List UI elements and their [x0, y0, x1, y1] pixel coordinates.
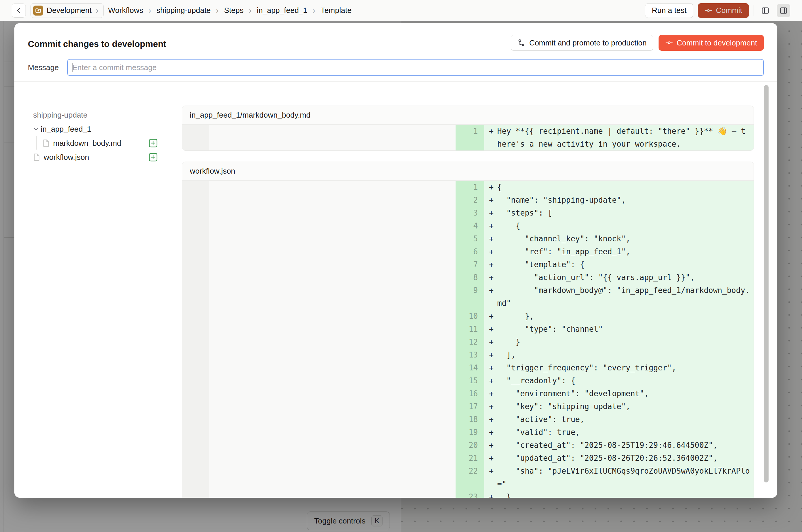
diff-panel-workflow-json: workflow.json 1 + { 2 + "name": "shippin… [182, 162, 754, 498]
chevron-right-icon: › [95, 6, 99, 15]
added-sign: + [484, 323, 494, 336]
diff-line: 21 + "updated_at": "2025-08-26T20:26:52.… [182, 452, 753, 464]
added-sign: + [484, 426, 494, 439]
old-side-gutter [182, 323, 209, 336]
chevron-down-icon [33, 126, 41, 132]
environment-selector[interactable]: Development › [31, 3, 104, 18]
old-side-content [209, 348, 455, 361]
git-commit-icon [705, 7, 712, 14]
new-side-content: + "action_url": "{{ vars.app_url }}", [484, 271, 753, 284]
old-side-gutter [182, 258, 209, 271]
environment-folder-icon [33, 5, 43, 16]
new-line-number: 16 [455, 387, 484, 400]
new-line-number: 21 [455, 452, 484, 464]
code-text: "valid": true, [497, 426, 750, 439]
new-line-number: 15 [455, 374, 484, 387]
commit-button[interactable]: Commit [698, 3, 749, 18]
new-side-content: + "channel_key": "knock", [484, 232, 753, 245]
toolbar-divider [753, 5, 754, 16]
file-icon [33, 153, 40, 161]
top-bar: Development › Workflows › shipping-updat… [0, 0, 802, 21]
code-text: "markdown_body@": "in_app_feed_1/markdow… [497, 284, 750, 310]
diff-filename: in_app_feed_1/markdown_body.md [190, 111, 310, 120]
diff-line: 7 + "template": { [182, 258, 753, 271]
added-sign: + [484, 232, 494, 245]
old-side-gutter [182, 439, 209, 452]
run-a-test-button[interactable]: Run a test [645, 3, 693, 18]
modal-scrollbar-thumb[interactable] [764, 85, 768, 482]
diff-line: 11 + "type": "channel" [182, 323, 753, 336]
new-line-number: 13 [455, 348, 484, 361]
back-button[interactable] [12, 3, 26, 18]
old-side-content [209, 452, 455, 464]
code-text: "created_at": "2025-08-25T19:29:46.64450… [497, 439, 750, 452]
added-sign: + [484, 387, 494, 400]
message-label: Message [28, 63, 59, 72]
modal-title: Commit changes to development [28, 39, 166, 49]
old-side-gutter [182, 310, 209, 323]
new-side-content: + } [484, 490, 753, 498]
new-side-content: + "type": "channel" [484, 323, 753, 336]
old-side-gutter [182, 400, 209, 413]
code-text: "environment": "development", [497, 387, 750, 400]
code-text: "name": "shipping-update", [497, 193, 750, 207]
old-side-gutter [182, 426, 209, 439]
code-text: ], [497, 348, 750, 361]
new-side-content: + Hey **{{ recipient.name | default: "th… [484, 125, 753, 150]
new-side-content: + "markdown_body@": "in_app_feed_1/markd… [484, 284, 753, 310]
toggle-left-panel-button[interactable] [759, 4, 772, 17]
tree-item-workflow-root: shipping-update [33, 108, 157, 122]
diff-line: 2 + "name": "shipping-update", [182, 193, 753, 207]
diff-line: 3 + "steps": [ [182, 207, 753, 220]
tree-item-markdown-body[interactable]: markdown_body.md [33, 136, 157, 150]
breadcrumb-workflows[interactable]: Workflows [108, 6, 143, 15]
new-line-number: 23 [455, 490, 484, 498]
old-side-content [209, 361, 455, 374]
changed-files-tree: shipping-update in_app_feed_1 markdown_b… [14, 81, 170, 498]
breadcrumb-template[interactable]: Template [321, 6, 352, 15]
code-text: "template": { [497, 258, 750, 271]
code-text: Hey **{{ recipient.name | default: "ther… [497, 125, 750, 150]
breadcrumb-separator: › [312, 6, 316, 15]
new-side-content: + } [484, 336, 753, 348]
tree-item-step-group[interactable]: in_app_feed_1 [33, 122, 157, 136]
new-line-number: 18 [455, 413, 484, 426]
old-side-gutter [182, 387, 209, 400]
tree-item-workflow-json[interactable]: workflow.json [33, 150, 157, 164]
toggle-right-panel-button[interactable] [777, 4, 790, 17]
diff-line: 8 + "action_url": "{{ vars.app_url }}", [182, 271, 753, 284]
old-side-gutter [182, 193, 209, 207]
added-sign: + [484, 374, 494, 387]
commit-message-input[interactable] [67, 59, 764, 76]
added-sign: + [484, 258, 494, 271]
commit-and-promote-button[interactable]: Commit and promote to production [511, 35, 653, 51]
code-text: "__readonly": { [497, 374, 750, 387]
code-text: { [497, 220, 750, 232]
code-text: "updated_at": "2025-08-26T20:26:52.36400… [497, 452, 750, 464]
old-side-content [209, 125, 455, 150]
added-sign: + [484, 207, 494, 220]
added-sign: + [484, 310, 494, 323]
code-text: "type": "channel" [497, 323, 750, 336]
diff-panel-markdown-body: in_app_feed_1/markdown_body.md 1 + Hey *… [182, 106, 754, 151]
added-file-icon[interactable] [149, 153, 157, 162]
old-side-content [209, 207, 455, 220]
added-file-icon[interactable] [149, 139, 157, 148]
breadcrumb-steps[interactable]: Steps [224, 6, 244, 15]
diff-line: 22 + "sha": "pJeLVir6xIlUCMGqs9qroZoUAVD… [182, 464, 753, 490]
added-sign: + [484, 464, 494, 477]
old-side-content [209, 323, 455, 336]
breadcrumb-workflow-key[interactable]: shipping-update [156, 6, 211, 15]
commit-to-development-button[interactable]: Commit to development [658, 35, 764, 51]
code-text: "active": true, [497, 413, 750, 426]
new-side-content: + { [484, 220, 753, 232]
old-side-gutter [182, 452, 209, 464]
added-sign: + [484, 490, 494, 498]
breadcrumb-separator: › [248, 6, 252, 15]
new-line-number: 7 [455, 258, 484, 271]
diff-line: 4 + { [182, 220, 753, 232]
new-side-content: + "active": true, [484, 413, 753, 426]
environment-label: Development [46, 6, 92, 15]
new-side-content: + "template": { [484, 258, 753, 271]
breadcrumb-step[interactable]: in_app_feed_1 [257, 6, 307, 15]
